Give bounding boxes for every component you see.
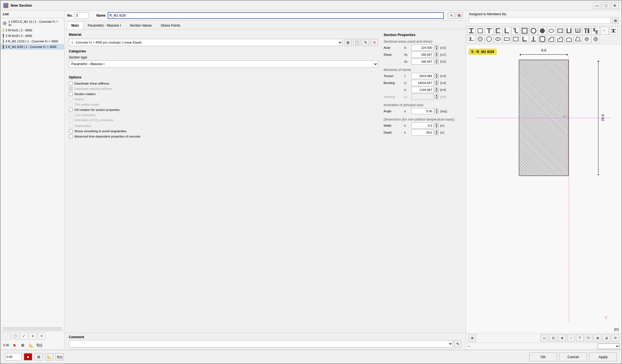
shape-arch-btn[interactable] (565, 35, 573, 43)
rp-tool9[interactable]: ⟳ (611, 334, 619, 342)
shape-pipe-btn[interactable] (529, 27, 538, 35)
material-select[interactable]: 1 - Concrete f'c = 4000 psi | Isotropic … (69, 39, 343, 46)
az-down[interactable]: ▼ (435, 62, 439, 64)
iy-up[interactable]: ▲ (435, 80, 439, 83)
shape-c-btn[interactable] (494, 27, 502, 35)
shape-i-btn[interactable] (467, 27, 475, 35)
section-type-select[interactable]: Parametric - Massive I (69, 60, 378, 68)
maximize-button[interactable]: □ (602, 2, 610, 9)
checkbox-thin-walled[interactable] (69, 103, 73, 106)
angle-up[interactable]: ▲ (435, 108, 439, 111)
h-up[interactable]: ▲ (435, 130, 439, 133)
status-select[interactable] (598, 343, 620, 349)
shape-t2-btn[interactable] (529, 35, 538, 43)
checkbox-deactivate-warping[interactable] (69, 87, 73, 91)
checkbox-hybrid[interactable] (69, 97, 73, 101)
az-input[interactable] (411, 58, 434, 65)
checkbox-cost[interactable] (69, 113, 73, 117)
b-down[interactable]: ▼ (435, 126, 439, 128)
book-icon-button[interactable]: 📚 (456, 12, 463, 19)
tab-section-values[interactable]: Section Values (126, 22, 156, 29)
shape-ellipse-btn[interactable] (547, 27, 555, 35)
shape-asym-i-btn[interactable] (467, 35, 475, 43)
j-up[interactable]: ▲ (435, 73, 439, 76)
rp-tool1[interactable]: ▭ (540, 334, 548, 342)
comment-edit-button[interactable]: ✎ (454, 340, 461, 347)
bottom-compass-btn[interactable]: 📐 (45, 353, 53, 360)
view-zoom-btn[interactable]: ⊞ (468, 334, 476, 342)
rp-tool7[interactable]: ⊞ (594, 334, 601, 342)
apply-button[interactable]: Apply (589, 352, 617, 361)
bottom-grid-btn[interactable]: ⊞ (34, 353, 43, 360)
ay-input[interactable] (411, 52, 434, 58)
material-view-button[interactable]: 📋 (353, 39, 360, 46)
list-item[interactable]: 3 W 8x18 | 2 - A992 (1, 33, 64, 39)
shape-box-btn[interactable] (556, 27, 564, 35)
tab-stress-points[interactable]: Stress Points (157, 22, 185, 29)
shape-hollow2-btn[interactable] (538, 35, 547, 43)
shape-more2-btn[interactable]: ⊤ (600, 27, 609, 35)
iz-input[interactable] (411, 87, 434, 93)
shape-il-btn[interactable] (583, 27, 591, 35)
shape-hollow-btn[interactable] (520, 27, 529, 35)
shape-circ-btn[interactable] (476, 35, 484, 43)
shape-sym-i-btn[interactable] (609, 27, 618, 35)
ok-button[interactable]: OK (529, 352, 557, 361)
axial-down[interactable]: ▼ (435, 48, 439, 50)
shape-t-btn[interactable] (485, 27, 493, 35)
iy-down[interactable]: ▼ (435, 83, 439, 86)
shape-flat-btn[interactable] (503, 35, 511, 43)
material-edit-button[interactable]: ✎ (362, 39, 369, 46)
rp-tool2[interactable]: ⊡ (549, 334, 557, 342)
b-up[interactable]: ▲ (435, 123, 439, 126)
shape-circle-solid-btn[interactable] (583, 35, 591, 43)
horizontal-scrollbar[interactable] (3, 327, 62, 330)
b-input[interactable] (411, 123, 434, 129)
angle-down[interactable]: ▼ (435, 111, 439, 114)
minimize-button[interactable]: — (593, 2, 601, 9)
table-button[interactable]: ≡ (29, 332, 37, 340)
rp-tool6[interactable]: T↕ (585, 334, 593, 342)
iw-up[interactable]: ▲ (435, 94, 439, 97)
shape-step2-btn[interactable] (556, 35, 564, 43)
new-section-button[interactable]: 📄 (2, 332, 10, 340)
shape-oval-btn[interactable] (494, 35, 502, 43)
checkbox-us-notation[interactable] (69, 108, 73, 112)
shape-u-btn[interactable] (565, 27, 573, 35)
j-down[interactable]: ▼ (435, 76, 439, 79)
iz-up[interactable]: ▲ (435, 87, 439, 90)
rp-tool3[interactable]: ⊕ (558, 334, 566, 342)
bottom-value-input[interactable] (5, 353, 22, 360)
checkbox-co2[interactable] (69, 119, 73, 123)
shape-uu-btn[interactable] (574, 27, 582, 35)
az-up[interactable]: ▲ (435, 59, 439, 62)
tab-parametric[interactable]: Parametric - Massive I (84, 22, 125, 29)
shape-step-btn[interactable] (547, 35, 555, 43)
shape-circle-btn[interactable] (538, 27, 547, 35)
angle-input[interactable] (411, 108, 434, 114)
shape-more1-btn[interactable] (591, 27, 600, 35)
shape-rect-btn[interactable] (476, 27, 484, 35)
shape-l-btn[interactable] (503, 27, 511, 35)
tab-main[interactable]: Main (67, 22, 83, 29)
rp-tool4[interactable]: ↔ (567, 334, 575, 342)
ay-down[interactable]: ▼ (435, 55, 439, 57)
rp-tool8[interactable]: 🖨 (603, 334, 610, 342)
iw-input[interactable] (411, 94, 434, 100)
check-button[interactable]: ✓ (20, 332, 28, 340)
no-input[interactable] (75, 12, 89, 19)
iz-down[interactable]: ▼ (435, 90, 439, 93)
shape-l2-btn[interactable] (520, 35, 529, 43)
delete-button[interactable]: ✕ (38, 332, 46, 340)
h-down[interactable]: ▼ (435, 133, 439, 135)
close-button[interactable]: ✕ (611, 2, 619, 9)
rp-tool5[interactable]: T (576, 334, 584, 342)
checkbox-time-dependent[interactable] (69, 134, 73, 138)
edit-icon-button[interactable]: ✎ (448, 12, 455, 19)
shape-circ2-btn[interactable] (485, 35, 493, 43)
checkbox-section-rotation[interactable] (69, 92, 73, 96)
assigned-icon-button[interactable]: ⊞ (612, 17, 619, 24)
list-item[interactable]: 2 W 8x31 | 2 - A992 (1, 27, 64, 33)
checkbox-stress-smoothing[interactable] (69, 129, 73, 133)
list-item[interactable]: 4 R_M1 12/16 | 1 - Concrete f'c = 4000 (1, 39, 64, 44)
